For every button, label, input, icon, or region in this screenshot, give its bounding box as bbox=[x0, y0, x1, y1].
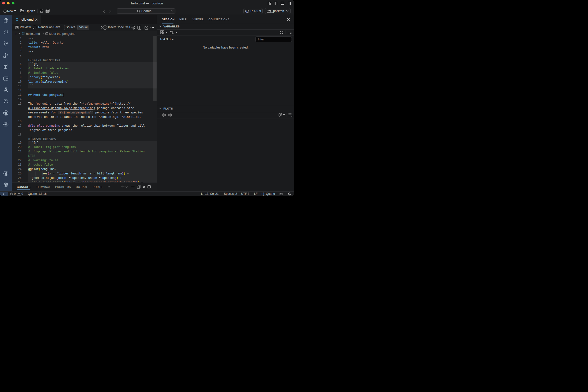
svg-text:R: R bbox=[246, 10, 249, 13]
